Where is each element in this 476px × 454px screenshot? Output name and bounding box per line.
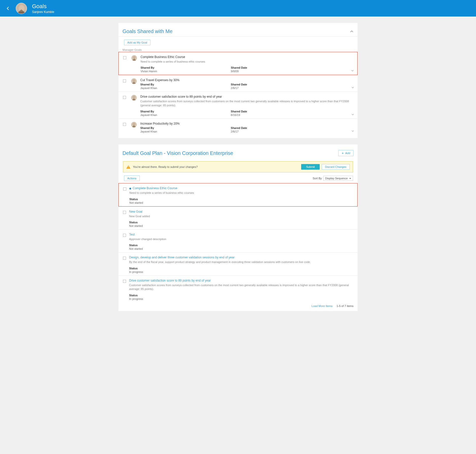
shared-goal-row: Drive customer satisfaction score to 89 …	[118, 92, 358, 119]
manager-goals-label: Manager Goals	[118, 47, 358, 52]
goal-checkbox[interactable]	[123, 56, 126, 59]
shared-date-value: 2/6/17	[231, 130, 247, 133]
goal-description: Approver changed description	[129, 237, 355, 241]
goal-checkbox[interactable]	[123, 123, 126, 126]
status-value: In progress	[129, 297, 355, 300]
status-value: Not started	[129, 201, 354, 204]
status-label: Status	[129, 198, 354, 201]
app-header: Goals Sanjeev Kumble	[0, 0, 476, 17]
add-goal-button[interactable]: + Add	[338, 150, 354, 156]
status-value: In progress	[129, 270, 355, 273]
status-value: Not started	[129, 247, 355, 250]
goal-title-link[interactable]: Test	[129, 233, 355, 236]
goal-checkbox[interactable]	[123, 257, 126, 260]
plan-goal-row: New Goal New Goal added Status Not start…	[118, 207, 358, 229]
shared-goal-row: Increase Productivity by 20% Shared By J…	[118, 119, 358, 135]
shared-by-value: Jayavel Khan	[140, 86, 157, 90]
shared-date-value: 2/6/17	[231, 86, 247, 90]
goal-title-link[interactable]: Design, develop and deliver three custom…	[129, 256, 355, 259]
status-value: Not started	[129, 224, 355, 227]
goal-description: Need to complete a series of business et…	[129, 191, 354, 195]
status-label: Status	[129, 294, 355, 297]
shared-by-label: Shared By	[140, 83, 157, 86]
discard-button[interactable]: Discard Changes	[322, 164, 350, 170]
shared-goal-row: Complete Business Ethic Course Need to c…	[118, 52, 358, 75]
shared-date-value: 8/16/19	[231, 113, 247, 116]
user-avatar[interactable]	[16, 3, 27, 14]
goal-checkbox[interactable]	[123, 79, 126, 82]
chevron-down-icon[interactable]	[351, 86, 354, 90]
sharer-avatar	[131, 78, 137, 84]
actions-button[interactable]: Actions	[124, 175, 140, 181]
goal-title: Complete Business Ethic Course	[141, 55, 354, 59]
warning-icon	[126, 165, 130, 169]
sharer-avatar	[131, 95, 137, 100]
goal-title-link[interactable]: Complete Business Ethic Course	[129, 186, 354, 190]
status-label: Status	[129, 244, 355, 247]
shared-by-label: Shared By	[140, 126, 157, 129]
submit-button[interactable]: Submit	[301, 164, 319, 170]
goal-title: Increase Productivity by 20%	[140, 122, 355, 125]
goal-title: Cut Travel Expenses by 30%	[140, 78, 355, 82]
sort-label: Sort By	[313, 177, 322, 180]
shared-by-value: Vivian Hamm	[141, 70, 157, 73]
item-count: 1-5 of 7 items	[336, 304, 354, 307]
goal-description: Customer satisfaction scores from survey…	[129, 283, 355, 291]
goal-description: New Goal added	[129, 214, 355, 218]
plan-goal-row: Complete Business Ethic Course Need to c…	[118, 183, 358, 206]
chevron-down-icon[interactable]	[351, 113, 354, 116]
shared-date-label: Shared Date	[231, 126, 247, 129]
plan-goal-row: Drive customer satisfaction score to 89 …	[118, 275, 358, 302]
goal-checkbox[interactable]	[123, 211, 126, 214]
banner-text: You're almost there. Ready to submit you…	[133, 165, 299, 168]
goal-checkbox[interactable]	[123, 96, 126, 99]
status-label: Status	[129, 267, 355, 270]
chevron-down-icon[interactable]	[351, 129, 354, 133]
shared-date-label: Shared Date	[231, 66, 247, 69]
plan-goal-row: Design, develop and deliver three custom…	[118, 252, 358, 275]
sort-select[interactable]: Display Sequence	[323, 176, 353, 181]
sharer-avatar	[131, 122, 137, 127]
add-goal-label: Add	[345, 152, 350, 155]
plan-goal-row: Test Approver changed description Status…	[118, 229, 358, 252]
shared-date-value: 9/8/09	[231, 70, 247, 73]
shared-date-label: Shared Date	[231, 83, 247, 86]
plus-icon: +	[342, 151, 344, 155]
shared-by-label: Shared By	[141, 66, 157, 69]
shared-by-label: Shared By	[140, 110, 157, 113]
goal-checkbox[interactable]	[123, 234, 126, 237]
goal-title: Drive customer satisfaction score to 89 …	[140, 95, 355, 98]
user-name: Sanjeev Kumble	[32, 10, 54, 14]
collapse-icon[interactable]	[350, 30, 354, 33]
shared-goals-panel: Goals Shared with Me Add as My Goal Mana…	[118, 23, 358, 138]
shared-by-value: Jayavel Khan	[140, 130, 157, 133]
status-label: Status	[129, 221, 355, 224]
shared-date-label: Shared Date	[231, 110, 247, 113]
load-more-link[interactable]: Load More Items	[312, 304, 333, 307]
chevron-down-icon[interactable]	[351, 69, 354, 73]
page-title: Goals	[32, 3, 54, 10]
goal-description: Need to complete a series of business et…	[141, 60, 354, 64]
sharer-avatar	[131, 55, 137, 61]
goal-plan-panel: Default Goal Plan - Vision Corporation E…	[118, 144, 358, 311]
goal-description: By the end of the fiscal year, support p…	[129, 260, 355, 264]
shared-panel-title: Goals Shared with Me	[122, 28, 173, 34]
status-dot-icon	[129, 188, 131, 189]
shared-goal-row: Cut Travel Expenses by 30% Shared By Jay…	[118, 75, 358, 92]
plan-panel-title: Default Goal Plan - Vision Corporation E…	[122, 150, 233, 156]
goal-checkbox[interactable]	[123, 187, 126, 191]
back-icon[interactable]	[5, 5, 11, 12]
goal-description: Customer satisfaction scores from survey…	[140, 99, 355, 107]
goal-title-link[interactable]: Drive customer satisfaction score to 89 …	[129, 279, 355, 282]
submit-banner: You're almost there. Ready to submit you…	[123, 161, 353, 172]
add-as-my-goal-button[interactable]: Add as My Goal	[124, 40, 150, 45]
shared-by-value: Jayavel Khan	[140, 113, 157, 116]
goal-checkbox[interactable]	[123, 280, 126, 283]
goal-title-link[interactable]: New Goal	[129, 210, 355, 213]
